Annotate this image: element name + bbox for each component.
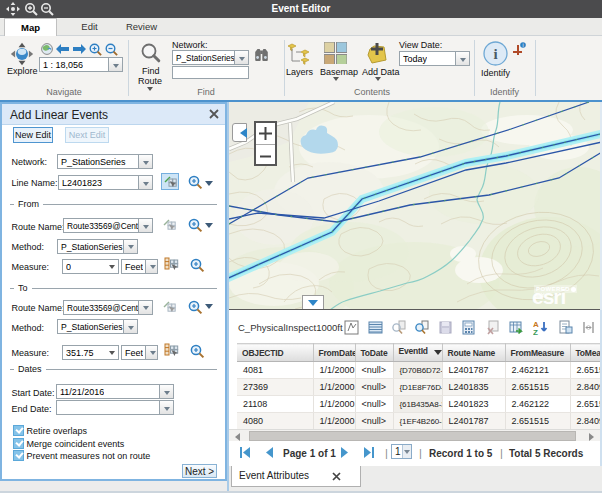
svg-text:i: i <box>522 42 523 48</box>
svg-text:Z: Z <box>533 328 538 335</box>
svg-text:i: i <box>493 46 497 62</box>
